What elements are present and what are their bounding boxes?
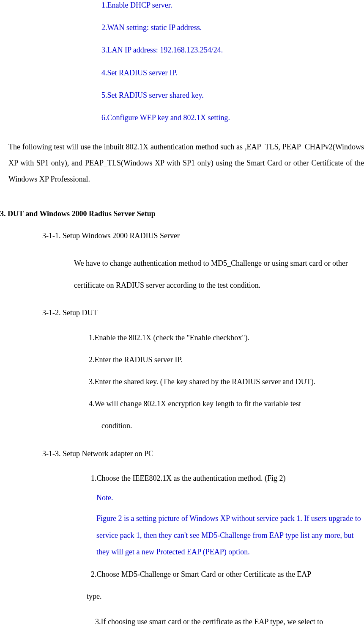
document-page: 1.Enable DHCP server. 2.WAN setting: sta… (0, 0, 364, 628)
section-3-1-2-step-4b: condition. (101, 415, 364, 437)
section-3-1-3-step-2a: 2.Choose MD5-Challenge or Smart Card or … (91, 563, 364, 585)
section-3-1-2-step-2: 2.Enter the RADIUS server IP. (89, 349, 364, 371)
section-3-1-2-step-4a: 4.We will change 802.1X encryption key l… (89, 393, 364, 415)
section-3-1-1-body: We have to change authentication method … (74, 252, 364, 296)
top-step-2: 2.WAN setting: static IP address. (101, 22, 364, 33)
section-3-1-1-title: 3-1-1. Setup Windows 2000 RADIUS Server (42, 230, 364, 242)
section-3-1-3-step-2b: type. (87, 585, 364, 607)
top-step-6: 6.Configure WEP key and 802.1X setting. (101, 113, 364, 123)
section-3-1-2-step-1: 1.Enable the 802.1X (check the "Enable c… (89, 327, 364, 349)
section-3-1-2-step-3: 3.Enter the shared key. (The key shared … (89, 371, 364, 393)
section-3-1-3-step-1: 1.Choose the IEEE802.1X as the authentic… (91, 467, 364, 489)
section-3-heading: 3. DUT and Windows 2000 Radius Server Se… (0, 209, 364, 219)
top-step-5: 5.Set RADIUS server shared key. (101, 90, 364, 101)
section-3-1-2-title: 3-1-2. Setup DUT (42, 307, 364, 319)
note-body: Figure 2 is a setting picture of Windows… (96, 510, 364, 561)
top-step-4: 4.Set RADIUS server IP. (101, 68, 364, 78)
body-paragraph: The following test will use the inbuilt … (8, 139, 364, 187)
note-label: Note. (96, 490, 364, 507)
section-3-1-3-step-3a: 3.If choosing use smart card or the cert… (95, 611, 364, 628)
top-step-1: 1.Enable DHCP server. (101, 0, 364, 11)
section-3-1-3-title: 3-1-3. Setup Network adapter on PC (42, 448, 364, 460)
top-step-3: 3.LAN IP address: 192.168.123.254/24. (101, 45, 364, 55)
